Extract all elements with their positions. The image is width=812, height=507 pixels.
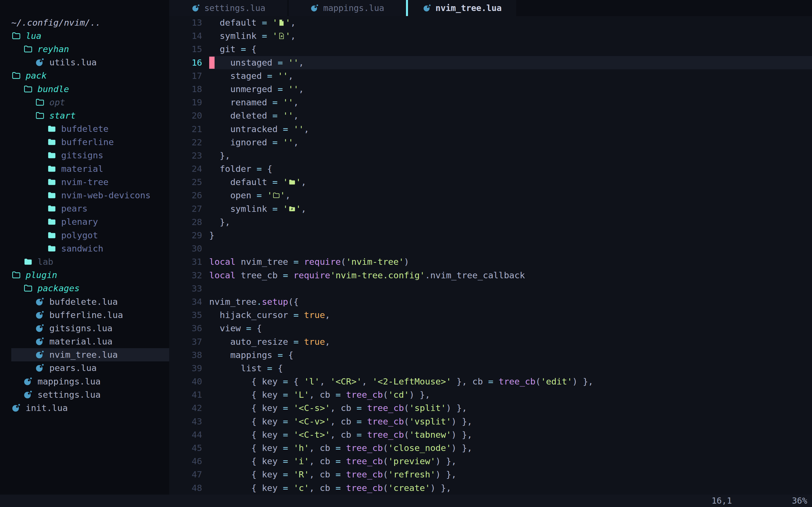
code-token: = <box>272 137 283 147</box>
code-line-25[interactable]: 25 default = '', <box>169 175 812 189</box>
code-line-38[interactable]: 38 mappings = { <box>169 348 812 362</box>
tree-item-init.lua[interactable]: init.lua <box>0 401 169 414</box>
code-token: ( <box>404 430 409 440</box>
code-line-13[interactable]: 13 default = '', <box>169 16 812 29</box>
tree-item-bufferline[interactable]: bufferline <box>0 135 169 149</box>
tree-item-opt[interactable]: opt <box>0 96 169 109</box>
tree-item-lua[interactable]: lua <box>0 29 169 42</box>
code-line-46[interactable]: 46 { key = 'i', cb = tree_cb('preview') … <box>169 455 812 468</box>
tree-item-mappings.lua[interactable]: mappings.lua <box>0 375 169 388</box>
tree-item-nvim-web-devicons[interactable]: nvim-web-devicons <box>0 188 169 202</box>
tree-item-material.lua[interactable]: material.lua <box>0 335 169 348</box>
code-token: ) }, <box>430 483 451 493</box>
code-line-text: { key = '<C-s>', cb = tree_cb('split') }… <box>209 401 812 414</box>
code-line-47[interactable]: 47 { key = 'R', cb = tree_cb('refresh') … <box>169 468 812 481</box>
code-token: ( <box>383 469 388 480</box>
code-line-39[interactable]: 39 list = { <box>169 362 812 375</box>
tree-item-utils.lua[interactable]: utils.lua <box>0 56 169 69</box>
tree-item-bufferline.lua[interactable]: bufferline.lua <box>0 308 169 321</box>
tree-item-bufdelete[interactable]: bufdelete <box>0 122 169 135</box>
tree-item-lab[interactable]: lab <box>0 255 169 268</box>
code-token: , <box>320 376 330 386</box>
line-number: 23 <box>169 149 209 162</box>
tree-item-material[interactable]: material <box>0 162 169 175</box>
code-token: '<C-v>' <box>294 416 331 427</box>
code-line-32[interactable]: 32local tree_cb = require'nvim-tree.conf… <box>169 269 812 282</box>
tree-item-pears[interactable]: pears <box>0 202 169 215</box>
tree-item-pack[interactable]: pack <box>0 69 169 82</box>
code-token: nvim_tree <box>209 297 257 307</box>
code-line-40[interactable]: 40 { key = { 'l', '<CR>', '<2-LeftMouse>… <box>169 375 812 388</box>
code-line-text: ignored = '', <box>209 136 812 149</box>
code-token: , cb <box>309 390 336 400</box>
code-line-33[interactable]: 33 <box>169 282 812 295</box>
lua-icon <box>310 4 319 12</box>
code-line-36[interactable]: 36 view = { <box>169 322 812 335</box>
folder-open-icon <box>35 111 45 120</box>
code-line-26[interactable]: 26 open = '', <box>169 189 812 202</box>
code-line-27[interactable]: 27 symlink = '', <box>169 202 812 216</box>
tree-item-nvim-tree[interactable]: nvim-tree <box>0 175 169 188</box>
code-token: { <box>278 363 283 373</box>
tree-item-plugin[interactable]: plugin <box>0 269 169 282</box>
code-token: = <box>272 177 283 187</box>
code-line-45[interactable]: 45 { key = 'h', cb = tree_cb('close_node… <box>169 441 812 455</box>
tree-item-label: material.lua <box>49 336 112 346</box>
code-line-31[interactable]: 31local nvim_tree = require('nvim-tree') <box>169 255 812 269</box>
code-token: = <box>336 469 346 480</box>
code-line-16[interactable]: 16 unstaged = '', <box>169 56 812 69</box>
code-line-text: { key = 'i', cb = tree_cb('preview') }, <box>209 455 812 468</box>
code-line-43[interactable]: 43 { key = '<C-v>', cb = tree_cb('vsplit… <box>169 415 812 428</box>
code-line-29[interactable]: 29} <box>169 229 812 242</box>
tree-item-reyhan[interactable]: reyhan <box>0 42 169 55</box>
code-line-24[interactable]: 24 folder = { <box>169 162 812 175</box>
tab-settings.lua[interactable]: settings.lua <box>169 0 288 16</box>
tree-item-bundle[interactable]: bundle <box>0 82 169 96</box>
tab-nvim_tree.lua[interactable]: nvim_tree.lua <box>408 0 516 16</box>
tree-item-polygot[interactable]: polygot <box>0 228 169 242</box>
tree-item-label: plenary <box>61 217 98 227</box>
tab-label: nvim_tree.lua <box>436 3 502 13</box>
tree-item-packages[interactable]: packages <box>0 282 169 295</box>
tree-item-settings.lua[interactable]: settings.lua <box>0 388 169 401</box>
tree-item-label: gitsigns <box>61 150 103 160</box>
editor-buffer[interactable]: 13 default = '',14 symlink = '',15 git =… <box>169 16 812 495</box>
code-line-22[interactable]: 22 ignored = '', <box>169 136 812 149</box>
tree-item-gitsigns[interactable]: gitsigns <box>0 149 169 162</box>
folder-open-icon <box>11 270 21 280</box>
code-line-14[interactable]: 14 symlink = '', <box>169 29 812 43</box>
code-line-20[interactable]: 20 deleted = '', <box>169 109 812 122</box>
code-line-21[interactable]: 21 untracked = '', <box>169 122 812 136</box>
code-line-text: list = { <box>209 362 812 375</box>
tab-mappings.lua[interactable]: mappings.lua <box>288 0 406 16</box>
folder-open-icon <box>35 98 45 107</box>
code-token: '' <box>288 57 299 68</box>
tree-item-bufdelete.lua[interactable]: bufdelete.lua <box>0 295 169 308</box>
code-line-30[interactable]: 30 <box>169 242 812 255</box>
code-line-18[interactable]: 18 unmerged = '', <box>169 82 812 96</box>
tree-item-sandwich[interactable]: sandwich <box>0 242 169 255</box>
code-line-28[interactable]: 28 }, <box>169 216 812 229</box>
tree-item-start[interactable]: start <box>0 109 169 122</box>
code-line-48[interactable]: 48 { key = 'c', cb = tree_cb('create') }… <box>169 482 812 495</box>
code-line-19[interactable]: 19 renamed = '', <box>169 96 812 109</box>
code-line-41[interactable]: 41 { key = 'L', cb = tree_cb('cd') }, <box>169 388 812 401</box>
code-line-23[interactable]: 23 }, <box>169 149 812 162</box>
code-token: renamed <box>209 97 272 107</box>
code-line-35[interactable]: 35 hijack_cursor = true, <box>169 308 812 322</box>
tree-root-path[interactable]: ~/.config/nvim/.. <box>0 16 169 29</box>
code-line-42[interactable]: 42 { key = '<C-s>', cb = tree_cb('split'… <box>169 401 812 414</box>
tree-item-plenary[interactable]: plenary <box>0 215 169 228</box>
code-token: git <box>209 44 241 54</box>
tree-item-pears.lua[interactable]: pears.lua <box>0 361 169 375</box>
tree-item-nvim_tree.lua[interactable]: nvim_tree.lua <box>0 348 169 361</box>
code-line-15[interactable]: 15 git = { <box>169 43 812 56</box>
code-line-34[interactable]: 34nvim_tree.setup({ <box>169 295 812 308</box>
code-token: 'tabnew' <box>409 430 451 440</box>
code-line-37[interactable]: 37 auto_resize = true, <box>169 335 812 348</box>
code-line-17[interactable]: 17 staged = '', <box>169 69 812 82</box>
tree-item-label: sandwich <box>61 243 103 253</box>
tree-item-gitsigns.lua[interactable]: gitsigns.lua <box>0 321 169 335</box>
code-line-44[interactable]: 44 { key = '<C-t>', cb = tree_cb('tabnew… <box>169 428 812 441</box>
tab-label: settings.lua <box>204 3 266 13</box>
